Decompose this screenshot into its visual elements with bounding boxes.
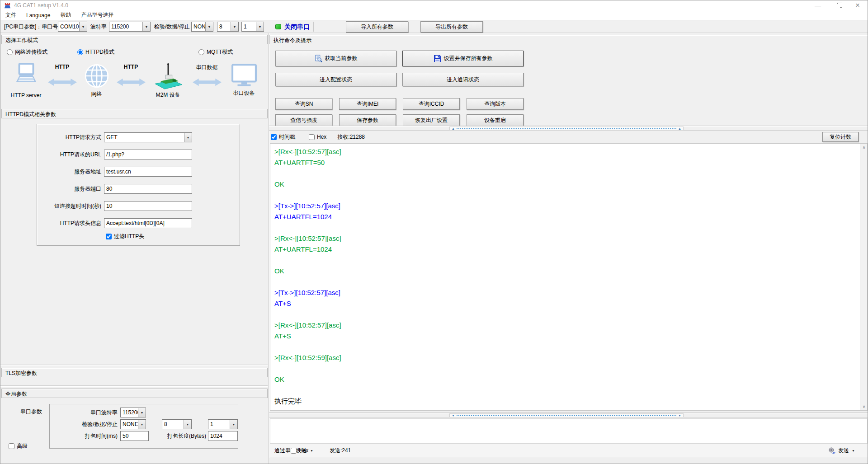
chevron-down-icon: ▼ xyxy=(852,449,855,452)
reset-count-button[interactable]: 复位计数 xyxy=(822,132,859,142)
databits-select[interactable]: 8 xyxy=(217,22,239,32)
http-url-input[interactable] xyxy=(104,150,192,159)
scroll-up-icon[interactable]: ∧ xyxy=(860,144,868,151)
com-port-select[interactable]: COM10 xyxy=(58,22,87,32)
monitor-icon xyxy=(231,63,257,88)
titlebar: 4G CAT1 setup V1.4.0 — × xyxy=(0,0,868,10)
query-button[interactable]: 查询版本 xyxy=(467,98,524,110)
global-parity-select[interactable]: NONE xyxy=(120,419,146,429)
pack-len-input[interactable] xyxy=(208,431,238,441)
chevron-down-icon[interactable] xyxy=(256,22,264,31)
baud-select[interactable]: 115200 xyxy=(109,22,151,32)
log-line xyxy=(274,255,858,266)
restore-icon xyxy=(836,4,840,8)
httpd-params-groupbox: HTTP请求方式 GET HTTP请求的URL 服务器地址 服务器端口 短连接超… xyxy=(37,124,240,246)
filter-http-header-checkbox[interactable]: 过滤HTTP头 xyxy=(106,233,144,240)
close-port-button[interactable]: 关闭串口 xyxy=(284,23,310,31)
send-button[interactable]: 发送 ▼ xyxy=(823,444,860,457)
splitter-handle[interactable]: ▼ ▼ xyxy=(449,413,684,417)
log-area[interactable]: >[Rx<-][10:52:57][asc]AT+UARTFT=50OK>[Tx… xyxy=(270,143,868,411)
log-hex-checkbox[interactable]: Hex xyxy=(309,134,326,140)
close-button[interactable]: × xyxy=(848,0,868,10)
server-address-input[interactable] xyxy=(104,167,192,177)
pack-time-input[interactable] xyxy=(120,431,149,441)
work-mode-radio[interactable] xyxy=(77,49,83,55)
advanced-checkbox[interactable]: 高级 xyxy=(9,442,28,450)
menu-item[interactable]: 产品型号选择 xyxy=(76,10,118,20)
enter-config-button[interactable]: 进入配置状态 xyxy=(275,73,396,86)
send-input-area[interactable] xyxy=(270,418,868,444)
log-line xyxy=(274,385,858,396)
chevron-down-icon[interactable] xyxy=(230,420,237,429)
log-line: >[Tx->][10:52:57][asc] xyxy=(274,201,858,211)
action-button[interactable]: 恢复出厂设置 xyxy=(403,114,460,126)
http-method-select[interactable]: GET xyxy=(104,132,192,142)
sent-count: 发送:241 xyxy=(330,447,351,455)
global-databits-select[interactable]: 8 xyxy=(162,419,192,429)
log-scrollbar[interactable]: ∧ ∨ xyxy=(860,144,867,410)
log-line xyxy=(274,309,858,320)
set-save-params-button[interactable]: 设置并保存所有参数 xyxy=(402,51,524,66)
section-grip[interactable] xyxy=(0,365,268,366)
log-line: >[Rx<-][10:52:57][asc] xyxy=(274,146,858,157)
action-button[interactable]: 查信号强度 xyxy=(275,114,332,126)
diagram-node-label: M2M 设备 xyxy=(156,91,180,99)
chevron-down-icon[interactable] xyxy=(138,420,146,429)
chevron-down-icon[interactable] xyxy=(205,22,213,31)
work-mode-option[interactable]: 网络透传模式 xyxy=(7,48,47,56)
menu-item[interactable]: Language xyxy=(21,11,55,20)
work-mode-option-label: HTTPD模式 xyxy=(85,48,114,56)
diagram-node-http-server: HTTP server xyxy=(5,63,47,98)
collapse-down-icon: ▼ xyxy=(452,414,455,417)
short-conn-timeout-input[interactable] xyxy=(104,201,192,211)
menubar: 文件Language帮助产品型号选择 xyxy=(0,10,868,20)
enter-comm-button[interactable]: 进入通讯状态 xyxy=(402,73,524,86)
section-grip[interactable] xyxy=(0,385,268,387)
global-stopbits-select[interactable]: 1 xyxy=(208,419,238,429)
filter-http-header-label: 过滤HTTP头 xyxy=(114,233,144,240)
work-mode-options: 网络透传模式 HTTPD模式 MQTT模式 xyxy=(0,48,269,58)
chevron-down-icon[interactable] xyxy=(184,133,192,142)
chevron-down-icon[interactable] xyxy=(231,22,238,31)
menu-item[interactable]: 帮助 xyxy=(55,10,76,20)
right-panel: 执行命令及提示 获取当前参数 设置并保存所有参数 进入配置状态 进入通讯状态 xyxy=(269,33,868,464)
work-mode-option[interactable]: HTTPD模式 xyxy=(77,48,114,56)
send-splitter[interactable]: ▼ ▼ xyxy=(269,413,868,417)
work-mode-radio[interactable] xyxy=(7,49,13,55)
window-title: 4G CAT1 setup V1.4.0 xyxy=(14,2,68,9)
action-button[interactable]: 保存参数 xyxy=(339,114,396,126)
export-params-button[interactable]: 导出所有参数 xyxy=(420,21,483,33)
global-baud-select[interactable]: 115200 xyxy=(120,408,146,417)
send-toolbar: 通过串口发送 ▼ Hex 发送:241 发送 ▼ xyxy=(270,444,868,457)
get-params-button[interactable]: 获取当前参数 xyxy=(275,51,396,66)
chevron-down-icon[interactable] xyxy=(142,22,150,31)
work-mode-radio[interactable] xyxy=(198,49,204,55)
menu-item[interactable]: 文件 xyxy=(0,10,21,20)
log-splitter[interactable]: ▲ ▲ xyxy=(269,126,868,131)
serial-params-label: 串口参数 xyxy=(9,407,42,417)
action-button[interactable]: 设备重启 xyxy=(467,114,524,126)
chevron-down-icon[interactable] xyxy=(138,408,146,417)
query-button[interactable]: 查询IMEI xyxy=(339,98,396,110)
toolbar: [PC串口参数]：串口号 COM10 波特率 115200 检验/数据/停止 N… xyxy=(0,20,868,33)
log-line: >[Rx<-][10:52:57][asc] xyxy=(274,233,858,244)
splitter-handle[interactable]: ▲ ▲ xyxy=(449,127,684,131)
query-button[interactable]: 查询ICCID xyxy=(403,98,460,110)
chevron-down-icon[interactable] xyxy=(184,420,191,429)
import-params-button[interactable]: 导入所有参数 xyxy=(346,21,408,33)
work-mode-option[interactable]: MQTT模式 xyxy=(198,48,233,56)
scroll-down-icon[interactable]: ∨ xyxy=(860,403,868,410)
chevron-down-icon[interactable] xyxy=(79,22,87,31)
send-button-label: 发送 xyxy=(838,447,849,455)
server-port-input[interactable] xyxy=(104,184,192,194)
send-hex-checkbox[interactable]: Hex xyxy=(291,447,308,454)
stopbits-select[interactable]: 1 xyxy=(241,22,264,32)
log-line xyxy=(274,277,858,287)
app-icon xyxy=(4,2,11,9)
query-button[interactable]: 查询SN xyxy=(275,98,332,110)
http-header-input[interactable] xyxy=(104,218,192,228)
timestamp-checkbox[interactable]: 时间戳 xyxy=(271,133,295,141)
restore-button[interactable] xyxy=(828,0,848,10)
minimize-button[interactable]: — xyxy=(808,0,828,10)
parity-select[interactable]: NONI xyxy=(191,22,213,32)
